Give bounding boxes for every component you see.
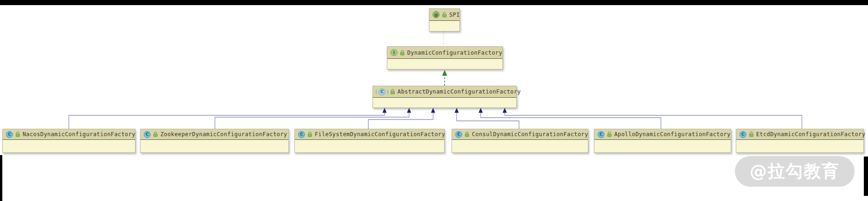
class-icon: C	[598, 131, 605, 138]
abstract-class-icon: C	[379, 88, 385, 95]
edge-implements	[442, 70, 447, 86]
class-name: DynamicConfigurationFactory	[407, 50, 502, 56]
class-node-zookeeper-dynamic-configuration-factory[interactable]: C ZookeeperDynamicConfigurationFactory	[140, 129, 289, 153]
lock-icon	[607, 132, 612, 137]
class-node-consul-dynamic-configuration-factory[interactable]: C ConsulDynamicConfigurationFactory	[452, 129, 588, 153]
lock-icon	[442, 12, 447, 18]
class-node-nacos-dynamic-configuration-factory[interactable]: C NacosDynamicConfigurationFactory	[2, 129, 135, 153]
class-name: ZookeeperDynamicConfigurationFactory	[160, 131, 287, 138]
class-name: AbstractDynamicConfigurationFactory	[397, 88, 521, 95]
lock-icon	[400, 50, 405, 56]
node-header: C ZookeeperDynamicConfigurationFactory	[141, 129, 288, 140]
node-header: C ApolloDynamicConfigurationFactory	[594, 129, 731, 140]
watermark-text: @拉勾教育	[750, 160, 840, 183]
lock-icon	[15, 132, 20, 137]
lock-icon	[390, 89, 395, 94]
class-icon: C	[298, 131, 305, 138]
class-name: FileSystemDynamicConfigurationFactory	[315, 131, 445, 138]
abstract-paren: )	[386, 89, 389, 94]
node-header: C EtcdDynamicConfigurationFactory	[736, 129, 863, 140]
extends-arrowheads	[383, 108, 507, 113]
node-header: I DynamicConfigurationFactory	[387, 47, 502, 59]
watermark-badge: @拉勾教育	[735, 156, 855, 187]
class-node-filesystem-dynamic-configuration-factory[interactable]: C FileSystemDynamicConfigurationFactory	[294, 129, 445, 153]
abstract-paren: (	[375, 89, 378, 94]
node-header: C FileSystemDynamicConfigurationFactory	[295, 129, 444, 140]
lock-icon	[153, 132, 158, 137]
class-node-apollo-dynamic-configuration-factory[interactable]: C ApolloDynamicConfigurationFactory	[594, 129, 731, 153]
node-header: @ SPI	[429, 9, 459, 21]
node-header: C NacosDynamicConfigurationFactory	[3, 129, 135, 140]
edge-extends-filesystem	[368, 113, 433, 129]
edge-extends-consul	[457, 113, 519, 129]
class-icon: C	[455, 131, 462, 138]
class-node-dynamic-configuration-factory[interactable]: I DynamicConfigurationFactory	[387, 46, 503, 69]
edge-extends-etcd	[505, 113, 802, 129]
edge-extends-zookeeper	[215, 113, 409, 129]
class-icon: C	[144, 131, 151, 138]
lock-icon	[749, 132, 754, 137]
interface-icon: I	[391, 49, 397, 56]
class-node-abstract-dynamic-configuration-factory[interactable]: ( C ) AbstractDynamicConfigurationFactor…	[373, 86, 517, 108]
class-name: ApolloDynamicConfigurationFactory	[614, 131, 731, 138]
class-icon: C	[6, 131, 13, 138]
class-name: NacosDynamicConfigurationFactory	[23, 131, 135, 138]
class-node-etcd-dynamic-configuration-factory[interactable]: C EtcdDynamicConfigurationFactory	[736, 129, 864, 153]
edge-extends-nacos	[69, 113, 385, 129]
lock-icon	[307, 132, 312, 137]
node-header: ( C ) AbstractDynamicConfigurationFactor…	[373, 86, 516, 98]
class-name: SPI	[449, 12, 460, 18]
class-icon: C	[740, 131, 746, 138]
class-node-spi[interactable]: @ SPI	[429, 8, 460, 31]
class-name: ConsulDynamicConfigurationFactory	[472, 131, 588, 138]
node-header: C ConsulDynamicConfigurationFactory	[452, 129, 588, 140]
class-name: EtcdDynamicConfigurationFactory	[756, 131, 865, 138]
lock-icon	[465, 132, 470, 137]
annotation-icon: @	[433, 11, 440, 18]
uml-diagram-canvas: @ SPI I DynamicConfigurationFactory ( C …	[0, 0, 868, 201]
